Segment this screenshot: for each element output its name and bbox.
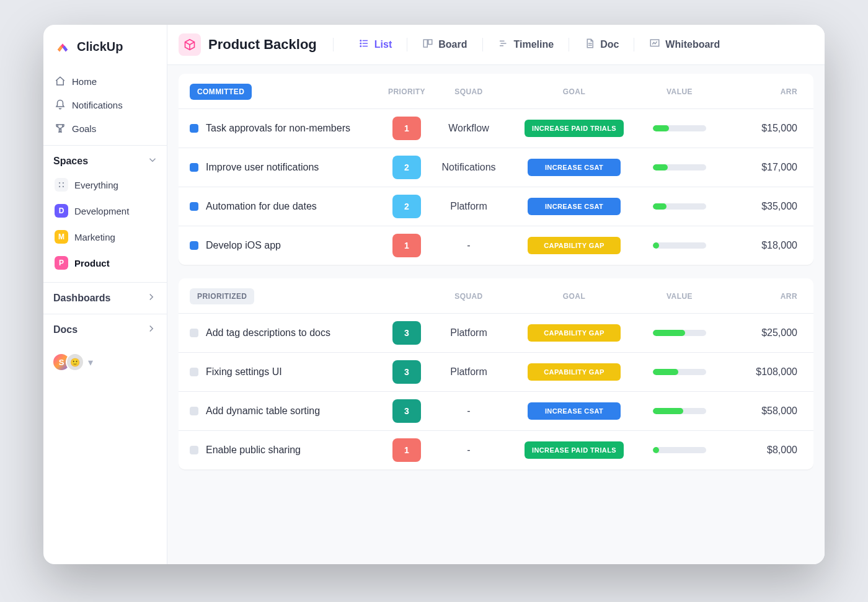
arr-cell[interactable]: $17,000 [723, 162, 797, 173]
column-header-arr[interactable]: ARR [723, 87, 797, 96]
column-header-arr[interactable]: ARR [723, 292, 797, 301]
squad-cell[interactable]: Platform [425, 366, 512, 378]
goal-tag[interactable]: CAPABILITY GAP [528, 237, 621, 254]
squad-cell[interactable]: - [425, 240, 512, 251]
squad-cell[interactable]: - [425, 445, 512, 456]
sidebar-item-marketing[interactable]: M Marketing [48, 224, 162, 250]
column-header-goal[interactable]: GOAL [512, 292, 636, 301]
nav-label: Notifications [72, 100, 123, 110]
value-progress [653, 408, 706, 414]
table-row[interactable]: Fixing settings UI3PlatformCAPABILITY GA… [179, 352, 813, 391]
svg-point-3 [63, 186, 64, 187]
squad-cell[interactable]: Platform [425, 327, 512, 339]
task-name[interactable]: Fixing settings UI [206, 366, 282, 378]
arr-cell[interactable]: $8,000 [723, 445, 797, 456]
priority-badge[interactable]: 3 [392, 399, 421, 423]
goal-tag[interactable]: INCREASE PAID TRIALS [525, 441, 624, 459]
view-doc[interactable]: Doc [578, 34, 625, 55]
status-square-icon[interactable] [190, 163, 198, 172]
arr-cell[interactable]: $25,000 [723, 327, 797, 339]
table-row[interactable]: Develop iOS app1-CAPABILITY GAP$18,000 [179, 226, 813, 265]
goal-tag[interactable]: CAPABILITY GAP [528, 363, 621, 381]
goal-tag[interactable]: INCREASE CSAT [528, 198, 621, 215]
sidebar-item-product[interactable]: P Product [48, 250, 162, 276]
priority-badge[interactable]: 1 [392, 234, 421, 257]
priority-badge[interactable]: 2 [392, 156, 421, 179]
column-header-squad[interactable]: SQUAD [425, 292, 512, 301]
squad-cell[interactable]: - [425, 405, 512, 417]
status-square-icon[interactable] [190, 368, 198, 376]
trophy-icon [55, 123, 66, 134]
priority-badge[interactable]: 2 [392, 195, 421, 218]
table-row[interactable]: Task approvals for non-members1WorkflowI… [179, 108, 813, 148]
task-name[interactable]: Improve user notifications [206, 162, 319, 173]
spaces-list: Everything D Development M Marketing P P… [43, 172, 167, 282]
status-square-icon[interactable] [190, 329, 198, 337]
spaces-header[interactable]: Spaces [43, 146, 167, 172]
arr-cell[interactable]: $35,000 [723, 201, 797, 212]
brand[interactable]: ClickUp [43, 25, 167, 66]
column-header-value[interactable]: VALUE [636, 292, 723, 301]
arr-cell[interactable]: $58,000 [723, 405, 797, 417]
doc-icon [584, 38, 595, 51]
priority-badge[interactable]: 1 [392, 438, 421, 462]
space-badge-p: P [55, 256, 68, 270]
view-board[interactable]: Board [416, 34, 473, 55]
sidebar-item-development[interactable]: D Development [48, 198, 162, 224]
task-name[interactable]: Task approvals for non-members [206, 123, 350, 134]
goal-tag[interactable]: CAPABILITY GAP [528, 324, 621, 342]
table-row[interactable]: Improve user notifications2Notifications… [179, 148, 813, 187]
sidebar-item-everything[interactable]: Everything [48, 172, 162, 198]
timeline-icon [498, 38, 509, 51]
views: List Board Timeline Doc [352, 34, 727, 55]
status-square-icon[interactable] [190, 241, 198, 250]
task-name[interactable]: Add tag descriptions to docs [206, 327, 330, 339]
squad-cell[interactable]: Notifications [425, 162, 512, 173]
priority-badge[interactable]: 1 [392, 117, 421, 140]
table-row[interactable]: Automation for due dates2PlatformINCREAS… [179, 187, 813, 226]
grid-icon [55, 178, 68, 192]
table-row[interactable]: Add dynamic table sorting3-INCREASE CSAT… [179, 391, 813, 430]
group-pill[interactable]: PRIORITIZED [190, 288, 254, 304]
goal-tag[interactable]: INCREASE PAID TRIALS [525, 120, 624, 137]
view-label: Doc [600, 39, 619, 50]
sidebar-item-label: Product [74, 258, 110, 268]
column-header-goal[interactable]: GOAL [512, 87, 636, 96]
priority-badge[interactable]: 3 [392, 360, 421, 384]
view-timeline[interactable]: Timeline [492, 34, 560, 55]
priority-badge[interactable]: 3 [392, 321, 421, 345]
sidebar-item-label: Everything [74, 180, 118, 190]
view-whiteboard[interactable]: Whiteboard [643, 34, 726, 55]
status-square-icon[interactable] [190, 124, 198, 133]
arr-cell[interactable]: $15,000 [723, 123, 797, 134]
group-pill[interactable]: COMMITTED [190, 84, 252, 100]
column-header-squad[interactable]: SQUAD [425, 87, 512, 96]
squad-cell[interactable]: Platform [425, 201, 512, 212]
sidebar-item-docs[interactable]: Docs [43, 314, 167, 345]
sidebar: ClickUp Home Notifications Goals Spaces [43, 25, 167, 564]
avatar-stack[interactable]: S 🙂 ▾ [43, 345, 167, 379]
arr-cell[interactable]: $18,000 [723, 240, 797, 251]
goal-tag[interactable]: INCREASE CSAT [528, 402, 621, 420]
status-square-icon[interactable] [190, 446, 198, 454]
column-header-priority[interactable]: PRIORITY [388, 87, 425, 96]
task-name[interactable]: Automation for due dates [206, 201, 317, 212]
page-title-wrap: Product Backlog [179, 33, 317, 56]
nav-notifications[interactable]: Notifications [47, 93, 163, 117]
status-square-icon[interactable] [190, 407, 198, 415]
logo-icon [55, 38, 71, 55]
goal-tag[interactable]: INCREASE CSAT [528, 159, 621, 176]
column-header-value[interactable]: VALUE [636, 87, 723, 96]
status-square-icon[interactable] [190, 202, 198, 211]
table-row[interactable]: Enable public sharing1-INCREASE PAID TRI… [179, 430, 813, 469]
nav-home[interactable]: Home [47, 69, 163, 93]
sidebar-item-dashboards[interactable]: Dashboards [43, 282, 167, 314]
task-name[interactable]: Develop iOS app [206, 240, 281, 251]
nav-goals[interactable]: Goals [47, 117, 163, 140]
squad-cell[interactable]: Workflow [425, 123, 512, 134]
task-name[interactable]: Add dynamic table sorting [206, 405, 320, 417]
view-list[interactable]: List [352, 34, 398, 55]
arr-cell[interactable]: $108,000 [723, 366, 797, 378]
task-name[interactable]: Enable public sharing [206, 445, 301, 456]
table-row[interactable]: Add tag descriptions to docs3PlatformCAP… [179, 313, 813, 352]
